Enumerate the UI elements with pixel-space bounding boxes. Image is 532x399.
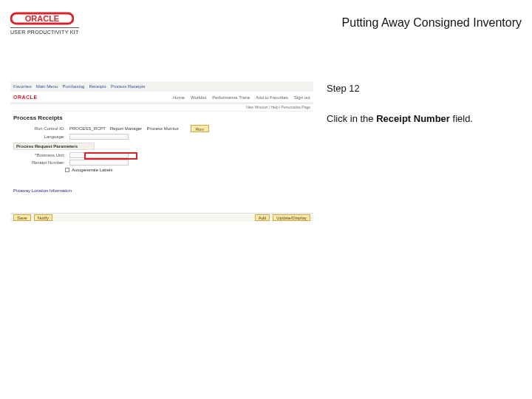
add-button[interactable]: Add bbox=[255, 214, 270, 221]
shot-row-receipt: Receipt Number: bbox=[10, 159, 313, 166]
page: ORACLE USER PRODUCTIVITY KIT Putting Awa… bbox=[0, 0, 532, 399]
text-pre: Click in the bbox=[327, 113, 376, 124]
crumb-item: Purchasing bbox=[62, 84, 84, 89]
header: ORACLE USER PRODUCTIVITY KIT Putting Awa… bbox=[0, 0, 532, 40]
shot-row-runctl: Run Control ID: PROCESS_RCPT Report Mana… bbox=[10, 124, 313, 133]
highlight-rectangle bbox=[84, 152, 137, 160]
receipt-label: Receipt Number: bbox=[13, 160, 65, 165]
text-post: field. bbox=[450, 113, 473, 124]
shot-page-title: Process Receipts bbox=[10, 112, 313, 124]
topic-title: Putting Away Consigned Inventory bbox=[342, 16, 522, 30]
tab-perf: Performance Trace bbox=[212, 95, 250, 100]
bu-label: *Business Unit: bbox=[13, 153, 65, 157]
brand-block: ORACLE USER PRODUCTIVITY KIT bbox=[10, 11, 79, 35]
crumb-item: Main Menu bbox=[36, 84, 58, 89]
screenshot-column: Favorites Main Menu Purchasing Receipts … bbox=[10, 81, 313, 222]
shot-subline: New Window | Help | Personalize Page bbox=[10, 103, 313, 112]
update-button[interactable]: Update/Display bbox=[273, 214, 310, 221]
crumb-item: Receipts bbox=[89, 84, 106, 89]
proc-mon-link: Process Monitor bbox=[146, 126, 178, 131]
params-box-title: Process Request Parameters bbox=[13, 143, 95, 150]
shot-row-lang: Language: bbox=[10, 133, 313, 140]
shot-brandbar: ORACLE Home Worklist Performance Trace A… bbox=[10, 92, 313, 103]
run-button[interactable]: Run bbox=[191, 125, 209, 132]
receipt-number-input[interactable] bbox=[69, 160, 129, 166]
shot-footer: Save Notify Add Update/Display bbox=[10, 213, 313, 222]
instruction-column: Step 12 Click in the Receipt Number fiel… bbox=[327, 81, 522, 222]
lang-label: Language: bbox=[13, 134, 65, 139]
shot-tabs: Home Worklist Performance Trace Add to F… bbox=[173, 95, 310, 100]
step-text: Click in the Receipt Number field. bbox=[327, 112, 522, 127]
shot-row-bu: *Business Unit: bbox=[10, 151, 313, 159]
brand-subtitle: USER PRODUCTIVITY KIT bbox=[10, 27, 79, 35]
save-button[interactable]: Save bbox=[13, 214, 31, 221]
oracle-logo-icon: ORACLE bbox=[10, 11, 74, 26]
brand-text: ORACLE bbox=[25, 14, 59, 23]
tab-worklist: Worklist bbox=[191, 95, 206, 100]
putaway-section: Putaway Location Information bbox=[13, 188, 310, 193]
lang-select[interactable] bbox=[69, 134, 129, 140]
runctl-label: Run Control ID: bbox=[13, 126, 65, 131]
runctl-value: PROCESS_RCPT bbox=[69, 126, 106, 131]
crumb-item: Process Receipts bbox=[111, 84, 146, 89]
shot-checkbox-row: Autogenerate Labels bbox=[65, 168, 313, 172]
shot-oracle-logo: ORACLE bbox=[13, 95, 38, 100]
report-mgr-link: Report Manager bbox=[110, 126, 142, 131]
text-bold: Receipt Number bbox=[376, 113, 450, 124]
body: Favorites Main Menu Purchasing Receipts … bbox=[0, 40, 532, 222]
tab-fav: Add to Favorites bbox=[256, 95, 288, 100]
crumb-item: Favorites bbox=[13, 84, 32, 89]
autogen-checkbox[interactable] bbox=[65, 168, 69, 172]
tab-home: Home bbox=[173, 95, 185, 100]
step-label: Step 12 bbox=[327, 81, 522, 97]
autogen-label: Autogenerate Labels bbox=[72, 168, 112, 172]
tab-signout: Sign out bbox=[294, 95, 310, 100]
embedded-screenshot: Favorites Main Menu Purchasing Receipts … bbox=[10, 81, 313, 222]
shot-breadcrumb: Favorites Main Menu Purchasing Receipts … bbox=[10, 81, 313, 92]
notify-button[interactable]: Notify bbox=[34, 214, 52, 221]
